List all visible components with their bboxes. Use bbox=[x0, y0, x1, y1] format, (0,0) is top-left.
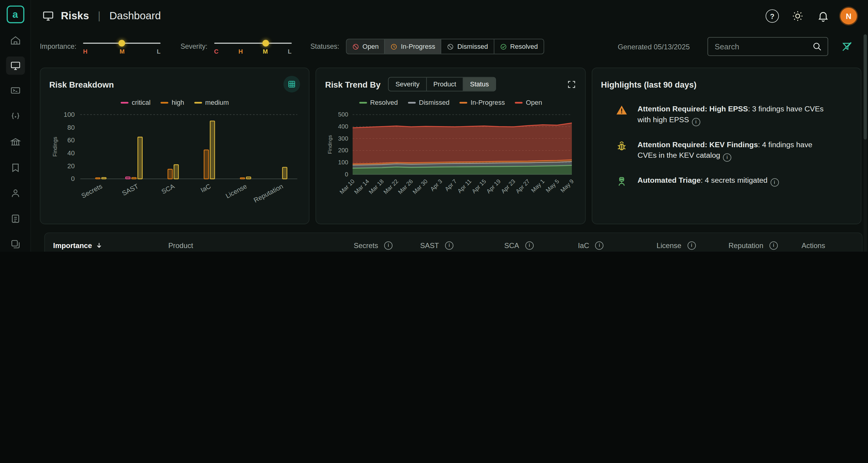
help-icon: ? bbox=[766, 9, 779, 23]
check-icon bbox=[500, 43, 507, 50]
status-filter-open[interactable]: Open bbox=[346, 39, 385, 54]
severity-slider[interactable]: CHML bbox=[214, 36, 292, 56]
severity-slider-thumb[interactable] bbox=[262, 40, 269, 47]
column-header-reputation[interactable]: Reputationi bbox=[728, 241, 802, 250]
legend-label: critical bbox=[132, 98, 151, 106]
legend-swatch bbox=[359, 102, 367, 103]
legend-swatch bbox=[408, 102, 416, 103]
column-header-iac[interactable]: IaCi bbox=[578, 241, 656, 250]
legend-swatch bbox=[194, 102, 202, 103]
legend-swatch bbox=[515, 102, 523, 103]
svg-text:100: 100 bbox=[63, 111, 75, 118]
column-header-secrets[interactable]: Secretsi bbox=[354, 241, 420, 250]
info-icon[interactable]: i bbox=[525, 241, 534, 250]
importance-slider-ticks: HML bbox=[83, 48, 161, 55]
status-filter-resolved[interactable]: Resolved bbox=[494, 39, 544, 54]
importance-slider-thumb[interactable] bbox=[119, 40, 125, 47]
svg-text:80: 80 bbox=[67, 124, 75, 131]
trend-toggle-status[interactable]: Status bbox=[464, 78, 496, 91]
column-header-actions: Actions bbox=[802, 241, 862, 250]
risk-breakdown-bar-chart: 020406080100FindingsSecretsSASTSCAIaCLic… bbox=[49, 107, 302, 213]
slider-tick: C bbox=[214, 48, 218, 55]
info-icon[interactable]: i bbox=[445, 241, 454, 250]
info-icon[interactable]: i bbox=[595, 241, 604, 250]
sidebar-item-profile[interactable] bbox=[6, 184, 25, 202]
svg-text:Secrets: Secrets bbox=[80, 182, 103, 199]
svg-text:Mar 22: Mar 22 bbox=[382, 178, 400, 195]
sidebar-item-governance[interactable] bbox=[6, 133, 25, 151]
expand-chart-button[interactable] bbox=[567, 80, 576, 89]
automation-person-icon bbox=[616, 176, 627, 188]
importance-slider[interactable]: HML bbox=[83, 36, 161, 56]
legend-item: Resolved bbox=[359, 98, 398, 107]
risk-breakdown-title: Risk Breakdown bbox=[49, 80, 114, 89]
trend-toggle-product[interactable]: Product bbox=[427, 78, 464, 91]
workstation-icon bbox=[10, 86, 21, 97]
sidebar: a bbox=[0, 0, 31, 252]
legend-item: Open bbox=[515, 98, 542, 107]
search-icon[interactable] bbox=[812, 41, 822, 52]
info-icon[interactable]: i bbox=[384, 241, 393, 250]
column-header-sast[interactable]: SASTi bbox=[420, 241, 504, 250]
sidebar-item-reports[interactable] bbox=[6, 209, 25, 227]
sidebar-item-collections[interactable] bbox=[6, 235, 25, 252]
sidebar-item-inventory[interactable] bbox=[6, 82, 25, 100]
svg-text:May 5: May 5 bbox=[545, 178, 560, 193]
search-input[interactable] bbox=[714, 41, 808, 52]
info-icon[interactable]: i bbox=[687, 241, 696, 250]
info-icon[interactable]: i bbox=[692, 118, 700, 126]
page-scrollbar[interactable] bbox=[864, 34, 867, 252]
app-logo[interactable]: a bbox=[6, 5, 24, 23]
info-icon[interactable]: i bbox=[769, 241, 778, 250]
svg-text:Mar 18: Mar 18 bbox=[368, 178, 385, 195]
info-icon[interactable]: i bbox=[770, 179, 779, 187]
legend-label: Resolved bbox=[370, 98, 398, 106]
column-header-importance[interactable]: Importance bbox=[45, 241, 168, 250]
help-button[interactable]: ? bbox=[763, 7, 782, 26]
highlight-item: Attention Required: High EPSS: 3 finding… bbox=[616, 103, 838, 126]
view-as-table-button[interactable] bbox=[283, 76, 300, 92]
svg-text:0: 0 bbox=[345, 171, 348, 178]
summary-cards: Risk Breakdown criticalhighmedium 020406… bbox=[40, 67, 861, 224]
sort-desc-icon bbox=[95, 241, 103, 249]
highlight-item: Automated Triage: 4 secrets mitigatedi bbox=[616, 175, 838, 188]
clear-filters-button[interactable] bbox=[841, 41, 852, 52]
sidebar-item-risks-dashboard[interactable] bbox=[6, 57, 25, 75]
column-header-product[interactable]: Product bbox=[168, 241, 354, 250]
svg-text:Mar 14: Mar 14 bbox=[353, 178, 371, 195]
trend-toggle-severity[interactable]: Severity bbox=[389, 78, 427, 91]
column-header-sca[interactable]: SCAi bbox=[504, 241, 578, 250]
svg-text:Mar 26: Mar 26 bbox=[397, 178, 414, 195]
prohibited-icon bbox=[447, 43, 454, 50]
status-filter-in-progress[interactable]: In-Progress bbox=[385, 39, 441, 54]
scrollbar-thumb[interactable] bbox=[864, 34, 867, 140]
risk-trend-legend: ResolvedDismissedIn-ProgressOpen bbox=[325, 98, 576, 107]
avatar[interactable]: N bbox=[840, 8, 857, 24]
sidebar-item-policies[interactable] bbox=[6, 158, 25, 177]
svg-text:Apr 11: Apr 11 bbox=[457, 178, 473, 194]
table-header-row: Importance Product Secretsi SASTi SCAi I… bbox=[45, 233, 862, 252]
page-title-primary: Risks bbox=[61, 10, 89, 22]
svg-text:Mar 10: Mar 10 bbox=[339, 178, 356, 195]
svg-text:Findings: Findings bbox=[327, 135, 333, 154]
theme-toggle-button[interactable] bbox=[788, 7, 807, 26]
info-icon[interactable]: i bbox=[723, 154, 731, 162]
highlight-item: Attention Required: KEV Findings: 4 find… bbox=[616, 140, 838, 162]
legend-item: high bbox=[160, 98, 184, 107]
home-icon bbox=[10, 35, 21, 46]
svg-text:100: 100 bbox=[338, 159, 348, 165]
notifications-button[interactable] bbox=[814, 7, 833, 26]
svg-text:SCA: SCA bbox=[160, 182, 176, 196]
monitor-icon bbox=[10, 60, 21, 71]
sidebar-item-code[interactable] bbox=[6, 107, 25, 126]
sidebar-item-home[interactable] bbox=[6, 31, 25, 50]
svg-text:400: 400 bbox=[338, 123, 348, 130]
status-filter-dismissed[interactable]: Dismissed bbox=[441, 39, 494, 54]
legend-label: Dismissed bbox=[419, 98, 450, 106]
svg-text:Apr 19: Apr 19 bbox=[486, 178, 502, 194]
slider-tick: M bbox=[120, 48, 125, 55]
slider-tick: L bbox=[288, 48, 291, 55]
legend-item: critical bbox=[121, 98, 151, 107]
column-header-license[interactable]: Licensei bbox=[656, 241, 728, 250]
risk-breakdown-legend: criticalhighmedium bbox=[49, 98, 300, 107]
